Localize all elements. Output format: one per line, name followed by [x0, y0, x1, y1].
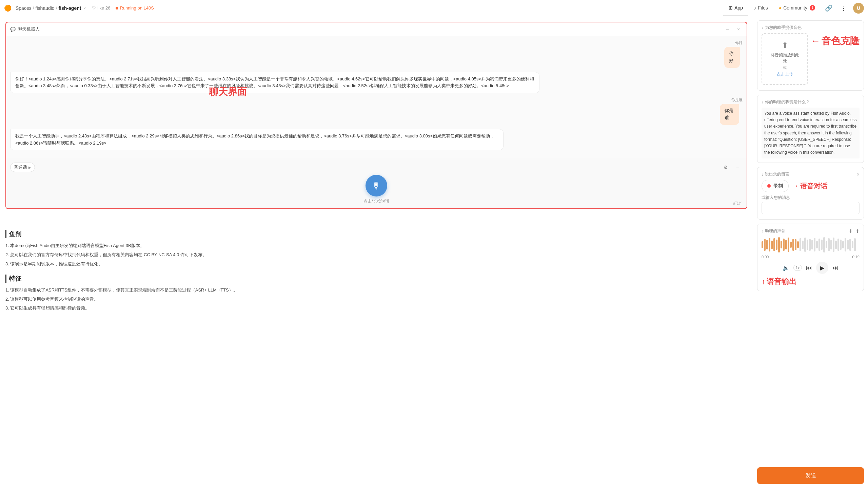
upload-button[interactable]: 点击上传 — [769, 72, 801, 77]
voice-mode-selector[interactable]: 普通话 ▶ — [10, 163, 35, 172]
upload-or: — 或 — — [769, 65, 801, 70]
user-bubble-1: 你好 — [724, 47, 740, 68]
waveform-bar — [783, 239, 785, 251]
minimize-chat-button[interactable]: – — [724, 25, 732, 33]
system-label: ♪ 你的助理的职责是什么？ — [762, 99, 860, 105]
waveform-bar — [788, 238, 789, 252]
top-navigation: 🟠 Spaces / fishaudio / fish-agent ✓ ♡ li… — [0, 0, 868, 16]
tab-app[interactable]: ⊞ App — [723, 0, 748, 16]
breadcrumb: Spaces / fishaudio / fish-agent ✓ — [16, 5, 86, 11]
voice-minimize-button[interactable]: – — [733, 163, 743, 172]
right-panel: ♪ 为您的助手提供音色 ⬆ 将音频拖放到此处 — 或 — 点击上传 ← 音色克隆 — [753, 16, 868, 488]
user-avatar[interactable]: U — [853, 3, 864, 14]
upload-label: ♪ 为您的助手提供音色 — [762, 25, 860, 31]
community-tab-label: Community — [783, 5, 807, 11]
audio-label-left: ♪ 助理的声音 — [762, 228, 785, 234]
audio-waveform[interactable] — [762, 237, 860, 253]
section1-list: 1. 本demo为Fish Audio自主研发的端到端语言模型Fish Agen… — [5, 242, 747, 267]
waveform-bar — [849, 239, 851, 251]
waveform-bar — [821, 240, 823, 250]
voice-input-section: ♪ 说出您的留言 × 录制 → 语音对话 或输入您的消息 — [757, 167, 864, 220]
waveform-bar — [823, 237, 825, 252]
close-voice-input-button[interactable]: × — [857, 172, 860, 177]
files-tab-label: Files — [758, 5, 768, 11]
breadcrumb-sep2: / — [56, 5, 57, 11]
waveform-bar — [797, 241, 799, 248]
user-label[interactable]: fishaudio — [36, 5, 55, 11]
fast-forward-button[interactable]: ⏭ — [832, 264, 839, 271]
agent-label[interactable]: fish-agent — [59, 5, 81, 11]
waveform-bar — [771, 241, 773, 249]
bot-message-1: 你好！<audio 1.24s>感谢你和我分享你的想法。<audio 2.71s… — [10, 72, 743, 94]
voice-input-label: ♪ 说出您的留言 — [762, 171, 789, 177]
record-dot — [767, 184, 771, 188]
system-prompt-text: You are a voice assistant created by Fis… — [762, 108, 860, 158]
message-input[interactable] — [762, 202, 860, 214]
user-label-2: 你是谁 — [720, 97, 743, 102]
share-audio-button[interactable]: ⬆ — [855, 228, 860, 234]
voice-input-header: ♪ 说出您的留言 × — [762, 171, 860, 177]
like-count: 26 — [105, 5, 110, 11]
content-section: 鱼剂 1. 本demo为Fish Audio自主研发的端到端语言模型Fish A… — [5, 227, 747, 321]
more-menu-button[interactable]: ⋮ — [838, 3, 849, 14]
audio-actions: ⬇ ⬆ — [849, 228, 860, 234]
section1-title: 鱼剂 — [5, 230, 747, 238]
music-icon: ♪ — [762, 100, 764, 104]
community-badge: 1 — [810, 5, 815, 11]
play-button[interactable]: ▶ — [816, 262, 828, 274]
voice-top-bar: 普通话 ▶ ⚙ – — [10, 163, 743, 172]
speaker-icon[interactable]: 🔈 — [783, 265, 789, 271]
waveform-bar — [807, 240, 808, 250]
upload-text: 将音频拖放到此处 — [769, 52, 801, 64]
audio-time-row: 0:09 0:19 — [762, 255, 860, 259]
waveform-bar — [816, 241, 818, 248]
waveform-bar — [800, 238, 801, 251]
link-button[interactable]: 🔗 — [823, 3, 834, 14]
voice-settings-button[interactable]: ⚙ — [721, 163, 730, 172]
waveform-bar — [795, 239, 796, 250]
chat-title: 💬 聊天机器人 — [10, 26, 40, 32]
music-icon2: ♪ — [762, 172, 764, 177]
voice-input-area: 普通话 ▶ ⚙ – 🎙 点击/长按说话 iFLY — [6, 158, 747, 208]
waveform-bar — [792, 239, 794, 251]
send-button[interactable]: 发送 — [757, 467, 864, 484]
user-message-2: 你是谁 你是谁 — [10, 97, 743, 125]
waveform-bar — [773, 238, 775, 251]
mic-button[interactable]: 🎙 — [366, 175, 387, 196]
running-dot — [116, 7, 118, 10]
audio-controls: 🔈 1x ⏮ ▶ ⏭ — [762, 262, 860, 274]
waveform-bar — [837, 239, 839, 251]
waveform-bar — [845, 238, 846, 251]
annotation-voice-output: 语音输出 — [767, 277, 796, 287]
waveform-bar — [826, 241, 827, 248]
waveform-bar — [766, 240, 768, 249]
download-audio-button[interactable]: ⬇ — [849, 228, 853, 234]
upload-dropzone[interactable]: ⬆ 将音频拖放到此处 — 或 — 点击上传 — [762, 33, 808, 85]
record-button[interactable]: 录制 — [762, 180, 789, 192]
bot-bubble-2: 我是一个人工智能助手，<audio 2.43s>由程序和算法组成，<audio … — [10, 129, 504, 151]
waveform-bar — [852, 241, 853, 248]
community-tab-icon: ● — [779, 5, 782, 11]
user-message-1: 你好 你好 — [10, 40, 743, 68]
ifly-logo: iFLY — [733, 201, 741, 206]
list-item: 1. 该模型自动集成了ASR和TTS组件，不需要外部模型，使其真正实现端到端而不… — [5, 287, 747, 294]
audio-time-end: 0:19 — [852, 255, 860, 259]
chat-title-text: 聊天机器人 — [18, 26, 40, 32]
spaces-label[interactable]: Spaces — [16, 5, 32, 11]
or-input-label: 或输入您的消息 — [762, 195, 860, 201]
tab-files[interactable]: ♪ Files — [748, 0, 773, 16]
tab-community[interactable]: ● Community 1 — [773, 0, 821, 16]
rewind-button[interactable]: ⏮ — [806, 264, 812, 271]
voice-controls: ⚙ – — [721, 163, 743, 172]
waveform-bar — [804, 238, 806, 252]
waveform-bar — [814, 238, 815, 251]
chat-header: 💬 聊天机器人 – × — [6, 22, 747, 36]
waveform-bar — [818, 239, 820, 251]
speed-selector[interactable]: 1x — [793, 265, 802, 271]
waveform-bar — [809, 239, 811, 251]
waveform-bar — [776, 240, 777, 250]
like-button[interactable]: ♡ like 26 — [92, 5, 110, 11]
right-panel-inner: ♪ 为您的助手提供音色 ⬆ 将音频拖放到此处 — 或 — 点击上传 ← 音色克隆 — [753, 16, 868, 463]
close-chat-button[interactable]: × — [734, 25, 743, 33]
mic-container: 🎙 点击/长按说话 — [10, 175, 743, 204]
